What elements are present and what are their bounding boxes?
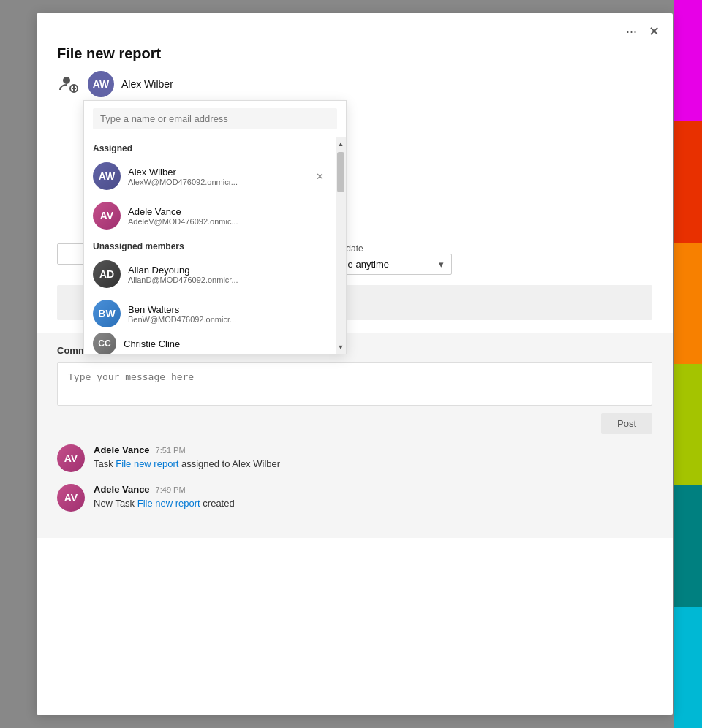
color-bar	[674, 0, 702, 728]
comment-content: Adele Vance 7:51 PM Task File new report…	[94, 444, 652, 472]
picker-item-name: Ben Walters	[128, 304, 327, 315]
comments-section: Comments Post AV Adele Vance 7:51 PM T	[37, 333, 673, 538]
avatar: AW	[93, 162, 121, 190]
comment-link[interactable]: File new report	[116, 458, 178, 469]
picker-item-info: Adele Vance AdeleV@MOD476092.onmic...	[128, 206, 327, 226]
scroll-thumb[interactable]	[337, 152, 344, 192]
picker-unassigned-item[interactable]: AD Allan Deyoung AllanD@MOD476092.onmicr…	[84, 254, 336, 294]
avatar-initials: AW	[93, 78, 110, 90]
comment-input[interactable]	[68, 371, 641, 393]
comment-avatar: AV	[57, 484, 85, 512]
picker-assigned-item[interactable]: AV Adele Vance AdeleV@MOD476092.onmic...	[84, 196, 336, 235]
dialog: ··· ✕ File new report	[37, 13, 673, 715]
comment-time: 7:49 PM	[156, 485, 186, 494]
comment-author: Adele Vance	[94, 484, 150, 495]
swatch-yellow-green[interactable]	[674, 364, 702, 485]
comment-entry: AV Adele Vance 7:51 PM Task File new rep…	[57, 444, 652, 472]
dialog-header: ··· ✕	[37, 13, 673, 39]
people-search-input[interactable]	[93, 108, 337, 129]
comment-content: Adele Vance 7:49 PM New Task File new re…	[94, 484, 652, 512]
comment-author: Adele Vance	[94, 444, 150, 455]
picker-item-email: AllanD@MOD476092.onmicr...	[128, 276, 327, 284]
picker-unassigned-item[interactable]: BW Ben Walters BenW@MOD476092.onmicr...	[84, 294, 336, 333]
swatch-magenta[interactable]	[674, 0, 702, 121]
comment-time: 7:51 PM	[156, 446, 186, 455]
picker-inner: Assigned AW Alex Wilber AlexW@MOD476092.…	[84, 137, 346, 354]
picker-item-info: Christie Cline	[124, 338, 327, 349]
picker-item-email: BenW@MOD476092.onmicr...	[128, 315, 327, 324]
swatch-orange-red[interactable]	[674, 121, 702, 243]
people-picker-search	[84, 101, 346, 137]
picker-item-info: Allan Deyoung AllanD@MOD476092.onmicr...	[128, 265, 327, 284]
chevron-down-icon: ▾	[439, 259, 444, 270]
more-options-button[interactable]: ···	[626, 24, 637, 39]
people-picker-dropdown: ▲ ▼ Assigned AW Al	[83, 100, 347, 354]
picker-unassigned-item[interactable]: CC Christie Cline	[84, 333, 336, 354]
avatar: AW	[88, 71, 114, 97]
add-person-icon[interactable]	[57, 72, 80, 96]
comment-entry: AV Adele Vance 7:49 PM New Task File new…	[57, 484, 652, 512]
picker-item-email: AdeleV@MOD476092.onmic...	[128, 217, 327, 226]
picker-item-name: Alex Wilber	[128, 167, 306, 178]
unassigned-section-label: Unassigned members	[84, 235, 336, 254]
remove-assigned-item-button[interactable]: ✕	[313, 170, 327, 183]
picker-assigned-item[interactable]: AW Alex Wilber AlexW@MOD476092.onmicr...…	[84, 156, 336, 196]
avatar: AV	[93, 202, 121, 230]
screen: ··· ✕ File new report	[0, 0, 702, 728]
comment-input-wrap	[57, 362, 652, 406]
assigned-section-label: Assigned	[84, 137, 336, 156]
picker-scroll-container: ▲ ▼ Assigned AW Al	[84, 137, 346, 354]
comment-avatar: AV	[57, 444, 85, 472]
scrollbar: ▲ ▼	[336, 137, 346, 354]
comment-link[interactable]: File new report	[137, 498, 200, 509]
comment-author-row: Adele Vance 7:51 PM	[94, 444, 652, 455]
picker-item-name: Adele Vance	[128, 206, 327, 217]
swatch-orange[interactable]	[674, 243, 702, 364]
scroll-arrow-down[interactable]: ▼	[338, 341, 344, 354]
svg-point-0	[63, 77, 70, 84]
comment-author-row: Adele Vance 7:49 PM	[94, 484, 652, 495]
swatch-teal[interactable]	[674, 485, 702, 607]
post-btn-row: Post	[57, 413, 652, 434]
avatar: AD	[93, 260, 121, 288]
avatar: BW	[93, 300, 121, 327]
dialog-title: File new report	[37, 39, 673, 71]
assignee-row: AW Alex Wilber ▲ ▼	[57, 71, 652, 97]
dialog-body: AW Alex Wilber ▲ ▼	[37, 71, 673, 320]
picker-item-name: Allan Deyoung	[128, 265, 327, 276]
picker-item-info: Alex Wilber AlexW@MOD476092.onmicr...	[128, 167, 306, 186]
avatar: CC	[93, 333, 116, 354]
picker-item-info: Ben Walters BenW@MOD476092.onmicr...	[128, 304, 327, 324]
post-button[interactable]: Post	[601, 413, 652, 434]
assignee-name: Alex Wilber	[121, 78, 173, 90]
swatch-cyan[interactable]	[674, 607, 702, 728]
scroll-arrow-up[interactable]: ▲	[338, 137, 344, 151]
picker-item-name: Christie Cline	[124, 338, 327, 349]
comment-text: Task File new report assigned to Alex Wi…	[94, 458, 652, 469]
picker-item-email: AlexW@MOD476092.onmicr...	[128, 178, 306, 186]
due-date-value: Due anytime	[336, 259, 433, 270]
comment-text: New Task File new report created	[94, 498, 652, 509]
close-button[interactable]: ✕	[649, 23, 660, 39]
